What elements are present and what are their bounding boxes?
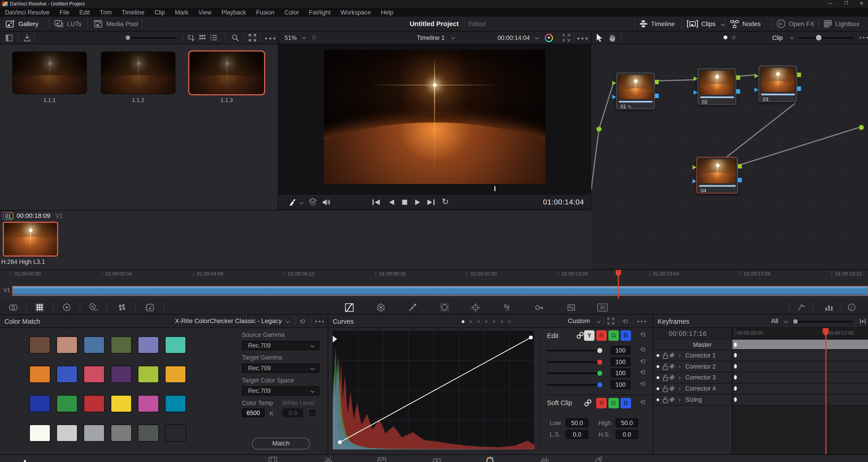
color-swatch[interactable] [56, 424, 78, 441]
source-input-port[interactable] [596, 126, 602, 132]
enable-dot-icon[interactable] [656, 365, 659, 368]
node-tree-output-port[interactable] [859, 125, 864, 130]
deliver-page-icon[interactable] [594, 457, 603, 462]
key-palette-icon[interactable] [534, 302, 544, 312]
curves-page-dot[interactable] [508, 320, 511, 323]
enable-dot-icon[interactable] [656, 376, 659, 379]
color-picker-icon[interactable] [288, 198, 296, 206]
wipe-modes-icon[interactable] [308, 198, 317, 207]
menu-item[interactable]: File [55, 9, 74, 16]
edit-link-icon[interactable] [576, 331, 584, 339]
target-color-space-select[interactable]: Rec.709 [242, 386, 319, 396]
color-space-transform-icon[interactable] [8, 302, 18, 312]
key-output-port[interactable] [738, 178, 742, 182]
cursor-tool-icon[interactable] [596, 34, 603, 42]
curves-page-dot-active[interactable] [462, 320, 464, 323]
keyframes-row[interactable]: › Corrector 2 [653, 362, 868, 372]
color-swatch[interactable] [165, 337, 186, 354]
keyframe-mode-diamond-icon[interactable] [669, 397, 675, 402]
corrector-node-01[interactable]: 01 ∿ [616, 73, 655, 109]
menu-item[interactable]: Edit [74, 9, 95, 16]
color-swatch[interactable] [138, 395, 159, 412]
keyframes-filter-chevron-icon[interactable] [784, 319, 787, 323]
row-track[interactable] [732, 350, 868, 361]
audio-mute-icon[interactable] [322, 198, 331, 206]
play-icon[interactable] [415, 199, 421, 206]
node-mode-chevron-icon[interactable] [790, 35, 794, 39]
stop-icon[interactable] [401, 199, 408, 206]
minimize-button[interactable]: — [828, 0, 833, 6]
picker-chevron-icon[interactable] [299, 201, 303, 204]
cut-page-icon[interactable] [324, 457, 333, 462]
slider-track[interactable] [547, 350, 602, 351]
soft-clip-channel-g-button[interactable]: G [609, 398, 619, 408]
menu-item[interactable]: Mark [170, 9, 193, 16]
curves-page-dot[interactable] [493, 320, 495, 323]
rgb-output-port[interactable] [738, 164, 742, 169]
edit-channel-y-button[interactable]: Y [584, 330, 594, 341]
motion-effects-palette-icon[interactable] [145, 302, 154, 312]
slider-knob[interactable] [597, 348, 602, 353]
color-match-options-icon[interactable]: ●●● [315, 319, 326, 323]
keyframe-mode-diamond-icon[interactable] [669, 385, 675, 391]
key-output-port[interactable] [797, 86, 801, 91]
low-softness-input[interactable]: 0.0 [566, 430, 588, 439]
blur-palette-icon[interactable] [502, 302, 512, 312]
rgb-input-port[interactable] [612, 81, 616, 85]
key-output-port[interactable] [736, 89, 740, 94]
shot-match-icon[interactable] [797, 302, 806, 312]
gallery-zoom-slider-knob[interactable] [126, 35, 130, 40]
key-input-port[interactable] [754, 87, 758, 92]
curves-page-dot[interactable] [500, 320, 503, 323]
node-view-dot-inactive[interactable] [732, 35, 736, 39]
color-swatch[interactable] [138, 337, 159, 354]
stereo-3d-palette-icon[interactable]: 3D [597, 304, 608, 312]
collapse-panel-icon[interactable] [859, 318, 866, 325]
gallery-options-icon[interactable]: ●●● [265, 35, 277, 41]
hdr-palette-icon[interactable]: HDR [89, 302, 98, 312]
loupe-icon[interactable] [312, 35, 316, 39]
resolve-fx-icon[interactable]: ✦ [545, 34, 553, 42]
curves-mode-chevron-icon[interactable] [597, 319, 600, 323]
keyframes-row[interactable]: › Corrector 3 [653, 372, 868, 383]
color-match-reset-icon[interactable]: ⟲ [299, 318, 305, 325]
match-button[interactable]: Match [252, 438, 310, 449]
expand-viewer-icon[interactable] [562, 34, 570, 41]
color-swatch[interactable] [165, 366, 186, 383]
color-swatch[interactable] [111, 395, 132, 412]
soft-clip-channel-b-button[interactable]: B [620, 398, 631, 408]
slider-track[interactable] [547, 384, 602, 385]
menu-item[interactable]: Fusion [251, 9, 279, 16]
curves-page-dot[interactable] [469, 320, 472, 323]
color-swatch[interactable] [84, 424, 104, 441]
curves-options-icon[interactable]: ●●● [637, 319, 648, 323]
list-view-icon[interactable] [210, 34, 217, 42]
slider-reset-icon[interactable]: ⟲ [640, 380, 646, 388]
lightbox-toggle-button[interactable]: Lightbox [824, 17, 859, 31]
color-swatch[interactable] [56, 337, 78, 354]
keyframe-mode-diamond-icon[interactable] [669, 352, 675, 358]
expand-row-chevron-icon[interactable]: › [679, 363, 681, 370]
loop-icon[interactable]: ↻ [442, 197, 449, 207]
row-track[interactable] [732, 383, 868, 394]
keyframes-zoom-slider[interactable] [793, 321, 852, 322]
keyframes-row-master[interactable]: Master [653, 339, 868, 350]
rgb-output-port[interactable] [655, 80, 659, 84]
color-swatch[interactable] [111, 337, 132, 354]
go-to-end-icon[interactable] [427, 199, 435, 206]
gallery-still[interactable] [101, 52, 176, 94]
expand-gallery-icon[interactable] [249, 34, 256, 41]
viewer-scrub-playhead[interactable] [494, 186, 495, 191]
color-swatch[interactable] [165, 424, 186, 441]
keyframes-row[interactable]: › Corrector 1 [653, 350, 868, 362]
color-swatch[interactable] [138, 424, 159, 441]
keyframe-dot[interactable] [734, 364, 737, 369]
color-swatch[interactable] [84, 337, 104, 354]
menu-item[interactable]: View [193, 9, 216, 16]
color-swatch[interactable] [29, 424, 51, 441]
keyframe-mode-diamond-icon[interactable] [669, 364, 675, 369]
corrector-node-04-selected[interactable]: 04 [696, 157, 738, 193]
slider-track[interactable] [547, 361, 602, 363]
color-swatch[interactable] [29, 366, 51, 383]
slider-knob[interactable] [597, 359, 602, 364]
